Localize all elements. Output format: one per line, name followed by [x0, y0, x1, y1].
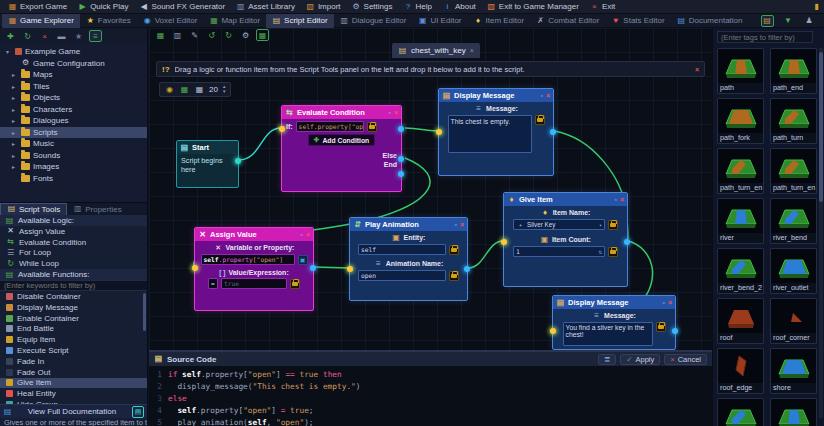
tile-roof[interactable]: roof: [717, 298, 764, 344]
undo-icon[interactable]: ↺: [205, 29, 218, 41]
node-give-header[interactable]: ♦ Give Item ▫ ×: [504, 193, 627, 206]
tab-favorites[interactable]: ★Favorites: [80, 14, 137, 28]
display-bottom-input-port[interactable]: [550, 328, 556, 334]
node-start[interactable]: ▤ Start Script begins here: [176, 140, 239, 188]
menu-item-settings[interactable]: ⚙Settings: [347, 0, 398, 14]
message-textarea[interactable]: You find a silver key in the chest!: [563, 322, 653, 346]
function-item-heal-entity[interactable]: Heal Entity: [0, 388, 147, 399]
delete-node-icon[interactable]: ×: [546, 92, 550, 99]
delete-node-icon[interactable]: ×: [460, 221, 464, 228]
tree-item-tiles[interactable]: ▸Tiles: [0, 81, 147, 93]
cancel-button[interactable]: ×Cancel: [664, 354, 707, 365]
tree-item-example-game[interactable]: ▾Example Game: [0, 46, 147, 58]
tile-roof-corner[interactable]: roof_corner: [770, 298, 817, 344]
tile-path-fork[interactable]: path_fork: [717, 98, 764, 144]
node-start-header[interactable]: ▤ Start: [177, 141, 238, 154]
list-view-icon[interactable]: ≡: [89, 30, 102, 42]
logic-item-while-loop[interactable]: ↻While Loop: [0, 258, 147, 269]
tree-arrow-icon[interactable]: ▸: [12, 94, 18, 101]
display-top-input-port[interactable]: [436, 129, 442, 135]
tile-path[interactable]: path: [717, 48, 764, 94]
node-evaluate-header[interactable]: ⇆ Evaluate Condition ▫ ×: [282, 106, 401, 119]
tree-arrow-icon[interactable]: ▸: [12, 83, 18, 90]
evaluate-end-port[interactable]: [398, 171, 404, 177]
tab-game-explorer[interactable]: ▦Game Explorer: [2, 14, 80, 28]
function-item-equip-item[interactable]: Equip Item: [0, 334, 147, 345]
tiles-filter-input[interactable]: [717, 31, 813, 43]
node-display-message-top[interactable]: ▤ Display Message ▫ × ≡ Message: This ch…: [438, 88, 554, 176]
evaluate-input-port[interactable]: [279, 126, 285, 132]
functions-scrollbar[interactable]: [143, 293, 146, 331]
refresh-icon[interactable]: ↻: [21, 30, 34, 42]
value-input[interactable]: true: [221, 278, 287, 289]
code-line[interactable]: 4 self.property["open"] = true;: [149, 404, 712, 416]
delete-icon[interactable]: ×: [38, 30, 51, 42]
tree-arrow-icon[interactable]: ▸: [12, 152, 18, 159]
script-tab-chest-with-key[interactable]: ▤ chest_with_key ×: [392, 43, 480, 58]
menu-item-exit[interactable]: ×Exit: [585, 0, 620, 14]
delete-node-icon[interactable]: ×: [306, 231, 310, 238]
function-item-give-item[interactable]: Give Item: [0, 378, 147, 389]
function-item-fade-in[interactable]: Fade In: [0, 356, 147, 367]
item-dropdown[interactable]: ✦ Silver Key ▾: [513, 219, 605, 230]
logic-item-for-loop[interactable]: ☰For Loop: [0, 248, 147, 259]
tree-arrow-icon[interactable]: ▸: [12, 129, 18, 136]
assign-output-port[interactable]: [310, 265, 316, 271]
node-play-header[interactable]: ⇵ Play Animation ▫ ×: [350, 218, 467, 231]
tile-shore[interactable]: shore: [770, 348, 817, 394]
message-textarea[interactable]: This chest is empty.: [448, 115, 532, 153]
script-properties-icon[interactable]: ▦: [154, 29, 167, 41]
tile-river-outlet[interactable]: river_outlet: [770, 248, 817, 294]
tab-properties[interactable]: ▥ Properties: [67, 203, 127, 216]
lock-icon[interactable]: [608, 220, 618, 230]
tab-stats-editor[interactable]: ♥Stats Editor: [605, 14, 670, 28]
play-output-port[interactable]: [464, 266, 470, 272]
tile-partial[interactable]: [770, 398, 817, 426]
evaluate-else-port[interactable]: [398, 156, 404, 162]
tree-item-characters[interactable]: ▸Characters: [0, 104, 147, 116]
tree-arrow-icon[interactable]: ▸: [12, 106, 18, 113]
close-tab-icon[interactable]: ×: [470, 47, 474, 54]
play-input-port[interactable]: [347, 266, 353, 272]
tree-item-images[interactable]: ▸Images: [0, 161, 147, 173]
grid-style-icon[interactable]: ▦: [194, 84, 205, 96]
display-bottom-output-port[interactable]: [672, 328, 678, 334]
entity-input[interactable]: self: [358, 244, 446, 255]
variable-input[interactable]: self.property["open"]: [201, 254, 295, 265]
menu-item-exit-to-game-manager[interactable]: ▧Exit to Game Manager: [482, 0, 584, 14]
functions-filter-input[interactable]: [0, 280, 147, 291]
node-display-bottom-header[interactable]: ▤ Display Message ▫ ×: [553, 296, 675, 309]
menu-item-help[interactable]: ?Help: [398, 0, 436, 14]
tab-dialogue-editor[interactable]: ▥Dialogue Editor: [334, 14, 413, 28]
logic-item-evaluate-condition[interactable]: ⇆Evaluate Condition: [0, 237, 147, 248]
tab-script-editor[interactable]: ▤Script Editor: [266, 14, 334, 28]
grid-toggle-icon[interactable]: ▦: [256, 29, 269, 41]
lock-icon[interactable]: [656, 322, 666, 332]
grid-size-stepper[interactable]: ▲▼: [222, 85, 226, 94]
tile-river[interactable]: river: [717, 198, 764, 244]
tree-arrow-icon[interactable]: ▸: [12, 163, 18, 170]
tab-script-tools[interactable]: ▤ Script Tools: [0, 203, 67, 216]
lock-icon[interactable]: [367, 122, 377, 132]
code-area[interactable]: 1if self.property["open"] == true then2 …: [149, 366, 712, 426]
script-canvas[interactable]: ▦▥✎↺↻⚙▦ ▤ chest_with_key × !? Drag a log…: [149, 28, 712, 350]
lock-icon[interactable]: [449, 271, 459, 281]
tile-path-turn-en[interactable]: path_turn_en: [717, 148, 764, 194]
save-script-icon[interactable]: ▥: [171, 29, 184, 41]
node-play-animation[interactable]: ⇵ Play Animation ▫ × ▣ Entity: self ≡ An…: [349, 217, 468, 301]
function-item-display-message[interactable]: Display Message: [0, 302, 147, 313]
grid-on-icon[interactable]: ▦: [179, 84, 190, 96]
apply-button[interactable]: ✓Apply: [620, 354, 660, 365]
tiles-scrollbar-thumb[interactable]: [819, 52, 823, 202]
display-top-output-port[interactable]: [550, 129, 556, 135]
tree-arrow-icon[interactable]: ▸: [12, 140, 18, 147]
assign-input-port[interactable]: [192, 265, 198, 271]
lock-icon[interactable]: [535, 115, 545, 125]
tile-river-bend-2[interactable]: river_bend_2: [717, 248, 764, 294]
tree-item-game-configuration[interactable]: ⚙Game Configuration: [0, 58, 147, 70]
function-item-disable-container[interactable]: Disable Container: [0, 291, 147, 302]
lock-icon[interactable]: [608, 247, 618, 257]
logic-item-assign-value[interactable]: ✕Assign Value: [0, 226, 147, 237]
code-line[interactable]: 1if self.property["open"] == true then: [149, 368, 712, 380]
menu-item-about[interactable]: iAbout: [438, 0, 481, 14]
